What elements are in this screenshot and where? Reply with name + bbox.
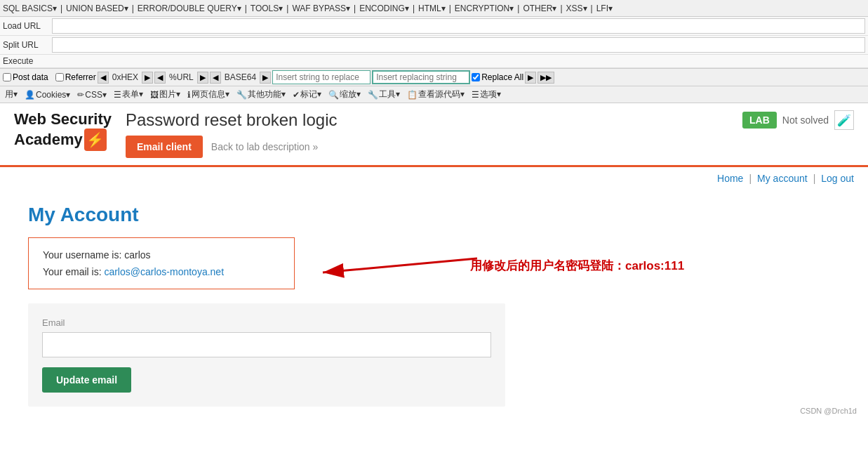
options-icon: ☰	[472, 90, 479, 100]
logo-text-web: Web Security	[14, 110, 112, 129]
referrer-label: Referrer	[65, 72, 96, 82]
email-value: carlos@carlos-montoya.net	[104, 266, 224, 277]
nav-home-link[interactable]: Home	[717, 173, 743, 184]
lab-status-text: Not solved	[782, 114, 829, 126]
replace-all-check[interactable]	[472, 73, 480, 81]
post-data-label: Post data	[13, 72, 48, 82]
post-data-checkbox[interactable]: Post data	[3, 72, 48, 82]
email-client-button[interactable]: Email client	[126, 136, 203, 158]
menu-item-waf[interactable]: WAF BYPASS▾	[292, 4, 350, 13]
webdev-css[interactable]: ✏CSS▾	[75, 89, 109, 100]
account-info-box: Your username is: carlos Your email is: …	[28, 237, 295, 289]
webdev-mark[interactable]: ✔标记▾	[291, 88, 323, 101]
person-icon: 👤	[25, 90, 35, 100]
menu-item-encryption[interactable]: ENCRYPTION▾	[455, 4, 514, 13]
menu-item-lfi[interactable]: LFI▾	[596, 4, 613, 13]
logo-text-academy: Academy	[14, 131, 83, 149]
css-icon: ✏	[77, 90, 84, 100]
nav-sep1: |	[749, 173, 752, 184]
tools-icon: 🔧	[236, 90, 247, 100]
top-menu-toolbar: SQL BASICS▾ | UNION BASED▾ | ERROR/DOUBL…	[0, 0, 868, 17]
separator: |	[60, 4, 62, 13]
load-url-label: Load URL	[3, 21, 52, 31]
menu-item-other[interactable]: OTHER▾	[523, 4, 556, 13]
nav-sep2: |	[813, 173, 816, 184]
separator: |	[560, 4, 562, 13]
content-area: Web Security Academy ⚡ Password reset br…	[0, 103, 868, 421]
logo-area: Web Security Academy ⚡	[14, 110, 112, 151]
webdev-yong[interactable]: 用▾	[3, 88, 20, 101]
hex-left-arrow[interactable]: ◀	[98, 72, 109, 84]
menu-item-html[interactable]: HTML▾	[418, 4, 446, 13]
webdev-toolbar: 用▾ 👤Cookies▾ ✏CSS▾ ☰表单▾ 🖼图片▾ ℹ网页信息▾ 🔧其他功…	[0, 86, 868, 103]
url-left-arrow[interactable]: ◀	[154, 72, 166, 84]
menu-item-sql-basics[interactable]: SQL BASICS▾	[3, 4, 57, 13]
separator: |	[132, 4, 134, 13]
separator: |	[449, 4, 451, 13]
lab-info: Password reset broken logic Email client…	[126, 110, 728, 158]
menu-item-encoding[interactable]: ENCODING▾	[359, 4, 409, 13]
url-encode-label: %URL	[167, 72, 196, 83]
lab-badge: LAB	[742, 112, 777, 129]
lab-status: LAB Not solved 🧪	[742, 110, 854, 130]
account-title: My Account	[28, 204, 840, 226]
webdev-form[interactable]: ☰表单▾	[112, 88, 145, 101]
insert-string-input[interactable]	[272, 70, 370, 84]
watermark: CSDN @Drch1d	[794, 404, 862, 418]
webdev-source[interactable]: 📋查看源代码▾	[405, 88, 467, 101]
split-url-label: Split URL	[3, 40, 52, 50]
zoom-icon: 🔍	[328, 90, 339, 100]
separator: |	[286, 4, 288, 13]
insert-replacing-input[interactable]	[372, 70, 470, 84]
referrer-checkbox[interactable]: Referrer	[55, 72, 96, 82]
page-nav: Home | My account | Log out	[0, 167, 868, 190]
hex-right-arrow[interactable]: ▶	[142, 72, 153, 84]
replace-arrow1[interactable]: ▶	[525, 72, 536, 84]
source-icon: 📋	[407, 90, 418, 100]
image-icon: 🖼	[150, 90, 159, 100]
post-data-check[interactable]	[3, 73, 11, 81]
back-to-lab-link[interactable]: Back to lab description »	[211, 141, 319, 152]
mark-icon: ✔	[293, 90, 300, 100]
webdev-image[interactable]: 🖼图片▾	[148, 88, 182, 101]
email-field[interactable]	[42, 332, 491, 357]
account-section: My Account Your username is: carlos Your…	[0, 190, 868, 421]
webdev-others[interactable]: 🔧其他功能▾	[234, 88, 288, 101]
flask-icon[interactable]: 🧪	[834, 110, 854, 130]
webdev-wrench[interactable]: 🔧工具▾	[366, 88, 402, 101]
webdev-options[interactable]: ☰选项▾	[469, 88, 503, 101]
nav-my-account-link[interactable]: My account	[757, 173, 808, 184]
replace-arrow2[interactable]: ▶▶	[538, 72, 554, 84]
separator: |	[591, 4, 593, 13]
nav-logout-link[interactable]: Log out	[821, 173, 854, 184]
webdev-pageinfo[interactable]: ℹ网页信息▾	[185, 88, 232, 101]
email-form: Email Update email	[28, 303, 505, 407]
url-right-arrow[interactable]: ▶	[197, 72, 208, 84]
webdev-cookies[interactable]: 👤Cookies▾	[22, 89, 72, 100]
base64-left-arrow[interactable]: ◀	[210, 72, 221, 84]
lab-actions: Email client Back to lab description »	[126, 136, 728, 158]
webdev-zoom[interactable]: 🔍缩放▾	[326, 88, 363, 101]
update-email-button[interactable]: Update email	[42, 367, 131, 393]
split-url-row: Split URL	[0, 36, 868, 55]
load-url-input[interactable]	[52, 18, 865, 34]
split-url-input[interactable]	[52, 37, 865, 53]
watermark-text: CSDN @Drch1d	[800, 407, 857, 415]
email-field-label: Email	[42, 317, 491, 328]
separator: |	[413, 4, 415, 13]
form-icon: ☰	[114, 90, 121, 100]
replace-all-checkbox[interactable]: Replace All	[472, 72, 523, 82]
menu-item-xss[interactable]: XSS▾	[566, 4, 587, 13]
email-line: Your email is: carlos@carlos-montoya.net	[43, 266, 280, 277]
base64-right-arrow[interactable]: ▶	[260, 72, 271, 84]
hex-label: 0xHEX	[110, 72, 140, 83]
replace-all-label: Replace All	[481, 72, 523, 82]
menu-item-tools[interactable]: TOOLS▾	[251, 4, 283, 13]
menu-item-error[interactable]: ERROR/DOUBLE QUERY▾	[138, 4, 241, 13]
url-bars-container: Load URL Split URL Execute	[0, 17, 868, 69]
menu-item-union-based[interactable]: UNION BASED▾	[66, 4, 128, 13]
separator: |	[245, 4, 247, 13]
referrer-check[interactable]	[55, 73, 64, 81]
separator: |	[517, 4, 519, 13]
execute-row: Execute	[0, 55, 868, 68]
